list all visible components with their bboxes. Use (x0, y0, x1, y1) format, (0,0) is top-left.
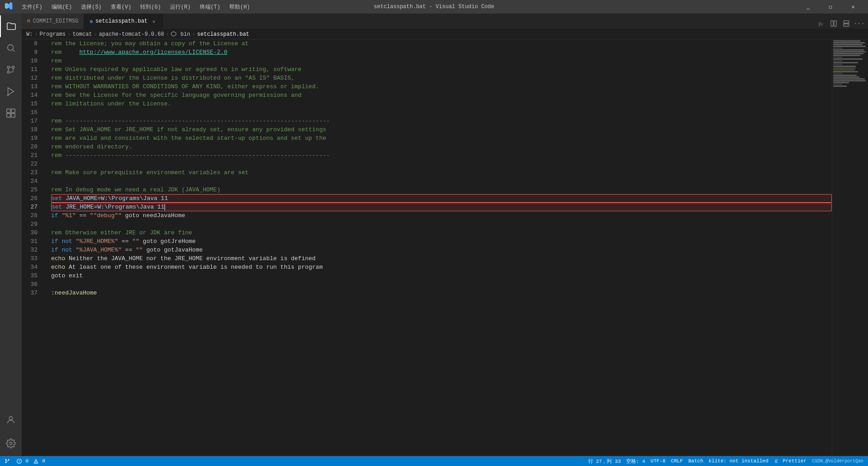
menu-file[interactable]: 文件(F) (18, 2, 46, 12)
menu-terminal[interactable]: 终端(T) (196, 2, 224, 12)
tab-setclasspath-label: setclasspath.bat (95, 18, 147, 24)
git-branch-status[interactable] (5, 458, 11, 464)
tab-close-button[interactable]: ✕ (150, 18, 157, 25)
code-line-22 (51, 160, 832, 168)
code-line-28: if "%1" == ""debug"" goto needJavaHome (51, 211, 832, 220)
menu-help[interactable]: 帮助(H) (226, 2, 254, 12)
titlebar: 文件(F) 编辑(E) 选择(S) 查看(V) 转到(G) 运行(R) 终端(T… (0, 0, 868, 14)
code-line-33: echo Neither the JAVA_HOME nor the JRE_H… (51, 254, 832, 263)
svg-rect-7 (7, 109, 10, 113)
commit-tab-icon: M (27, 19, 30, 24)
svg-point-24 (36, 462, 36, 462)
menu-view[interactable]: 查看(V) (107, 2, 135, 12)
account-icon[interactable] (0, 409, 22, 431)
errors-count[interactable]: 0 0 (17, 458, 45, 464)
status-left: 0 0 (5, 458, 45, 464)
tab-actions: ▷ ··· (812, 18, 868, 29)
svg-rect-14 (834, 21, 836, 26)
breadcrumb: W: › Programs › tomcat › apache-tomcat-9… (22, 29, 868, 39)
svg-point-18 (5, 462, 7, 463)
tab-commit[interactable]: M COMMIT_EDITMSG (22, 14, 84, 29)
explorer-icon[interactable] (0, 15, 22, 37)
indentation[interactable]: 空格: 4 (626, 458, 645, 465)
breadcrumb-tomcat[interactable]: tomcat (72, 31, 92, 38)
formatter-status[interactable]: Prettier (774, 458, 807, 464)
bat-file-icon: ⚙ (90, 19, 93, 24)
breadcrumb-apache-tomcat[interactable]: apache-tomcat-9.0.68 (99, 31, 164, 38)
activity-bar (0, 14, 22, 456)
breadcrumb-programs[interactable]: Programs (40, 31, 66, 38)
svg-point-12 (9, 442, 12, 445)
svg-rect-13 (831, 21, 833, 26)
layout-button[interactable] (841, 18, 852, 29)
line-ending[interactable]: CRLF (671, 458, 683, 464)
breadcrumb-bin[interactable]: bin (171, 31, 190, 38)
svg-point-17 (5, 459, 7, 461)
code-area[interactable]: rem the License; you may obtain a copy o… (47, 39, 832, 456)
svg-point-11 (9, 417, 12, 420)
svg-rect-8 (11, 109, 15, 113)
code-line-21: rem ------------------------------------… (51, 151, 832, 160)
more-actions-button[interactable]: ··· (854, 18, 864, 29)
svg-rect-15 (844, 21, 849, 23)
svg-point-6 (7, 94, 9, 96)
svg-point-19 (8, 459, 9, 461)
code-line-31: if not "%JRE_HOME%" == "" goto gotJreHom… (51, 237, 832, 246)
close-button[interactable]: ✕ (843, 0, 863, 14)
svg-rect-10 (11, 114, 15, 117)
code-line-30: rem Otherwise either JRE or JDK are fine (51, 228, 832, 237)
code-line-24 (51, 177, 832, 185)
menu-goto[interactable]: 转到(G) (137, 2, 165, 12)
code-line-16 (51, 108, 832, 117)
breadcrumb-w[interactable]: W: (26, 31, 33, 38)
code-line-14: rem See the License for the specific lan… (51, 91, 832, 100)
code-line-12: rem distributed under the License is dis… (51, 74, 832, 82)
svg-marker-5 (8, 88, 14, 95)
titlebar-actions: ⎯ ◻ ✕ (797, 0, 863, 14)
titlebar-left: 文件(F) 编辑(E) 选择(S) 查看(V) 转到(G) 运行(R) 终端(T… (5, 2, 254, 12)
status-bar: 0 0 行 27，列 33 空格: 4 UTF-8 CRLF Batch kli… (0, 456, 868, 466)
svg-point-3 (12, 66, 14, 68)
code-line-18: rem Set JAVA_HOME or JRE_HOME if not alr… (51, 125, 832, 134)
code-line-35: goto exit (51, 271, 832, 280)
run-debug-icon[interactable] (0, 81, 22, 102)
menu-run[interactable]: 运行(R) (166, 2, 194, 12)
status-right: 行 27，列 33 空格: 4 UTF-8 CRLF Batch klite: … (588, 458, 863, 465)
file-encoding[interactable]: UTF-8 (651, 458, 665, 464)
split-editor-button[interactable] (828, 18, 839, 29)
language-mode[interactable]: Batch (689, 458, 703, 464)
breadcrumb-file[interactable]: setclasspath.bat (197, 31, 249, 38)
tab-setclasspath[interactable]: ⚙ setclasspath.bat ✕ (84, 14, 163, 29)
settings-icon[interactable] (0, 433, 22, 454)
editor-area: M COMMIT_EDITMSG ⚙ setclasspath.bat ✕ ▷ … (22, 14, 868, 456)
menu-edit[interactable]: 编辑(E) (48, 2, 76, 12)
csdn-watermark: CSDN_@VolderportQan (812, 459, 863, 464)
code-line-37: :needJavaHome (51, 289, 832, 297)
menu-select[interactable]: 选择(S) (77, 2, 105, 12)
run-button[interactable]: ▷ (816, 18, 826, 29)
code-line-27: set JRE_HOME=W:\Programs\Java 11 (51, 203, 832, 211)
svg-point-0 (8, 45, 14, 51)
minimap (832, 39, 868, 456)
editor-content[interactable]: 8 9 10 11 12 13 14 15 16 17 18 19 20 21 … (22, 39, 868, 456)
code-line-32: if not "%JAVA_HOME%" == "" goto gotJavaH… (51, 246, 832, 254)
code-line-36 (51, 280, 832, 289)
search-icon[interactable] (0, 37, 22, 59)
maximize-button[interactable]: ◻ (820, 0, 841, 14)
source-control-icon[interactable] (0, 59, 22, 81)
svg-point-4 (7, 71, 9, 73)
extensions-icon[interactable] (0, 102, 22, 124)
linter-status[interactable]: klite: not installed (709, 458, 769, 464)
tab-bar: M COMMIT_EDITMSG ⚙ setclasspath.bat ✕ ▷ … (22, 14, 868, 29)
cursor-position[interactable]: 行 27，列 33 (588, 458, 621, 465)
code-line-34: echo At least one of these environment v… (51, 263, 832, 271)
svg-point-2 (7, 66, 9, 68)
code-line-9: rem http://www.apache.org/licenses/LICEN… (51, 48, 832, 57)
code-line-10: rem (51, 57, 832, 65)
code-line-26: set JAVA_HOME=W:\Programs\Java 11 (51, 194, 832, 203)
minimize-button[interactable]: ⎯ (797, 0, 818, 14)
titlebar-title: setclasspath.bat - Visual Studio Code (374, 4, 494, 10)
code-line-20: rem endorsed directory. (51, 143, 832, 151)
code-line-29 (51, 220, 832, 228)
vscode-logo (5, 2, 13, 12)
